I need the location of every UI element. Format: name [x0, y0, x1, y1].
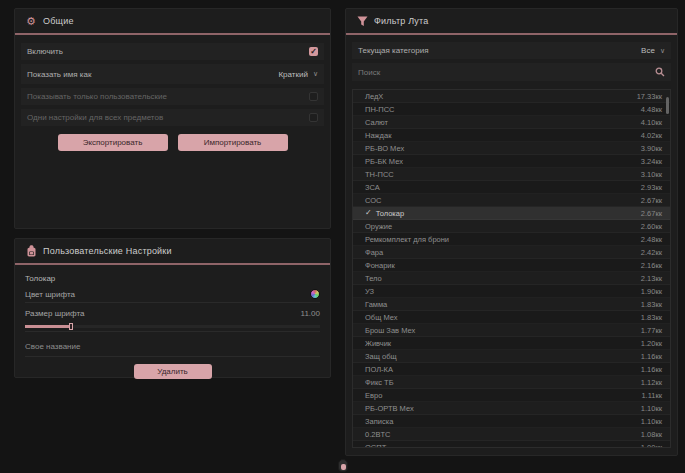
loot-row[interactable]: Тело2.13кк	[353, 272, 670, 285]
font-size-slider[interactable]	[25, 323, 320, 332]
loot-row[interactable]: Фара2.42кк	[353, 246, 670, 259]
loot-item-name: ПН-ПСС	[365, 105, 395, 114]
loot-item-name: ПОЛ-КА	[365, 365, 393, 374]
font-size-value: 11.00	[301, 309, 320, 318]
slider-thumb[interactable]	[69, 323, 73, 330]
loot-item-value: 3.24кк	[641, 157, 662, 166]
loot-item-name: Фонарик	[365, 261, 395, 270]
search-icon[interactable]	[655, 67, 665, 77]
enable-row: Включить ✓	[21, 43, 324, 60]
chevron-down-icon: ∨	[313, 70, 318, 78]
loot-item-value: 1.08кк	[641, 430, 662, 439]
category-row: Текущая категория Все ∨	[352, 42, 671, 59]
loot-item-name: Защ общ	[365, 352, 397, 361]
loot-row[interactable]: Наждак4.02кк	[353, 129, 670, 142]
loot-row[interactable]: Фонарик2.16кк	[353, 259, 670, 272]
loot-row[interactable]: Общ Мех1.83кк	[353, 311, 670, 324]
loot-item-value: 2.93кк	[641, 183, 662, 192]
same-settings-checkbox[interactable]	[309, 113, 318, 122]
loot-row[interactable]: Живчик1.20кк	[353, 337, 670, 350]
name-display-select[interactable]: Краткий ∨	[278, 70, 318, 79]
loot-item-name: ЛедХ	[365, 92, 383, 101]
loot-row[interactable]: Записка1.10кк	[353, 415, 670, 428]
name-display-label: Показать имя как	[27, 70, 91, 79]
loot-item-value: 1.90кк	[641, 287, 662, 296]
category-select[interactable]: Все ∨	[641, 46, 665, 55]
scrollbar-thumb[interactable]	[666, 97, 669, 114]
loot-row[interactable]: ЗСА2.93кк	[353, 181, 670, 194]
loot-item-name: Фикс ТБ	[365, 378, 394, 387]
name-display-value: Краткий	[278, 70, 307, 79]
loot-item-value: 2.16кк	[641, 261, 662, 270]
category-value: Все	[641, 46, 655, 55]
delete-button[interactable]: Удалить	[134, 364, 212, 379]
loot-row[interactable]: СОС2.67кк	[353, 194, 670, 207]
custom-name-input[interactable]: Свое название	[25, 338, 320, 357]
color-wheel-icon[interactable]	[310, 289, 320, 299]
loot-row[interactable]: ПОЛ-КА1.16кк	[353, 363, 670, 376]
loot-row[interactable]: Гамма1.83кк	[353, 298, 670, 311]
loot-item-name: РБ-ВО Мех	[365, 144, 404, 153]
same-settings-label: Одни настройки для всех предметов	[27, 113, 163, 122]
loot-item-value: 17.33кк	[637, 92, 662, 101]
name-display-row: Показать имя как Краткий ∨	[21, 64, 324, 84]
font-color-label: Цвет шрифта	[25, 290, 75, 299]
custom-settings-title: Пользовательские Настройки	[43, 246, 172, 256]
loot-row[interactable]: ТН-ПСС3.10кк	[353, 168, 670, 181]
import-button[interactable]: Импортировать	[178, 134, 288, 151]
loot-row[interactable]: Ремкомплект для брони2.48кк	[353, 233, 670, 246]
loot-item-name: РБ-ОРТВ Мех	[365, 404, 414, 413]
export-button[interactable]: Экспортировать	[58, 134, 168, 151]
loot-list: ЛедХ17.33ккПН-ПСС4.48ккСалют4.10ккНаждак…	[352, 89, 671, 448]
loot-item-name: Евро	[365, 391, 382, 400]
loot-item-name: Брош Зав Мех	[365, 326, 415, 335]
loot-item-value: 1.77кк	[641, 326, 662, 335]
font-color-row: Цвет шрифта	[25, 286, 320, 303]
loot-row[interactable]: ОСПТ1.00кк	[353, 441, 670, 448]
loot-row[interactable]: ЛедХ17.33кк	[353, 90, 670, 103]
only-custom-row: Показывать только пользовательские	[21, 88, 324, 105]
import-export-row: Экспортировать Импортировать	[15, 134, 330, 151]
loot-row[interactable]: РБ-БК Мех3.24кк	[353, 155, 670, 168]
mouse-dot	[341, 464, 346, 470]
only-custom-checkbox[interactable]	[309, 92, 318, 101]
loot-row[interactable]: 0.2BTC1.08кк	[353, 428, 670, 441]
loot-row[interactable]: ✓Толокар2.67кк	[353, 207, 670, 220]
loot-item-value: 3.10кк	[641, 170, 662, 179]
loot-item-value: 1.20кк	[641, 339, 662, 348]
only-custom-label: Показывать только пользовательские	[27, 92, 167, 101]
loot-row[interactable]: РБ-ОРТВ Мех1.10кк	[353, 402, 670, 415]
header-underline	[346, 33, 677, 35]
loot-item-name: Гамма	[365, 300, 387, 309]
loot-item-value: 4.02кк	[641, 131, 662, 140]
mouse-cursor-icon	[338, 459, 348, 472]
loot-filter-header: Фильтр Лута	[346, 9, 677, 31]
enable-checkbox[interactable]: ✓	[309, 47, 318, 56]
loot-item-value: 1.11кк	[641, 391, 662, 400]
loot-row[interactable]: Оружие2.60кк	[353, 220, 670, 233]
search-input[interactable]: Поиск	[358, 68, 380, 77]
loot-item-value: 2.60кк	[641, 222, 662, 231]
check-icon: ✓	[365, 209, 372, 217]
loot-item-name: Записка	[365, 417, 393, 426]
loot-row[interactable]: Фикс ТБ1.12кк	[353, 376, 670, 389]
custom-settings-panel: Пользовательские Настройки Толокар Цвет …	[14, 238, 331, 378]
category-label: Текущая категория	[358, 46, 428, 55]
loot-row[interactable]: УЗ1.90кк	[353, 285, 670, 298]
loot-item-value: 1.10кк	[641, 417, 662, 426]
loot-item-value: 1.16кк	[641, 365, 662, 374]
loot-row[interactable]: Защ общ1.16кк	[353, 350, 670, 363]
loot-item-value: 1.83кк	[641, 313, 662, 322]
loot-item-name: ЗСА	[365, 183, 380, 192]
general-panel-header: ⚙ Общие	[15, 9, 330, 31]
loot-item-name: Фара	[365, 248, 383, 257]
loot-item-value: 3.90кк	[641, 144, 662, 153]
general-panel-title: Общие	[43, 16, 74, 26]
general-panel: ⚙ Общие Включить ✓ Показать имя как Крат…	[14, 8, 331, 229]
loot-row[interactable]: Салют4.10кк	[353, 116, 670, 129]
loot-row[interactable]: ПН-ПСС4.48кк	[353, 103, 670, 116]
loot-row[interactable]: Евро1.11кк	[353, 389, 670, 402]
loot-row[interactable]: РБ-ВО Мех3.90кк	[353, 142, 670, 155]
custom-settings-header: Пользовательские Настройки	[15, 239, 330, 261]
loot-row[interactable]: Брош Зав Мех1.77кк	[353, 324, 670, 337]
